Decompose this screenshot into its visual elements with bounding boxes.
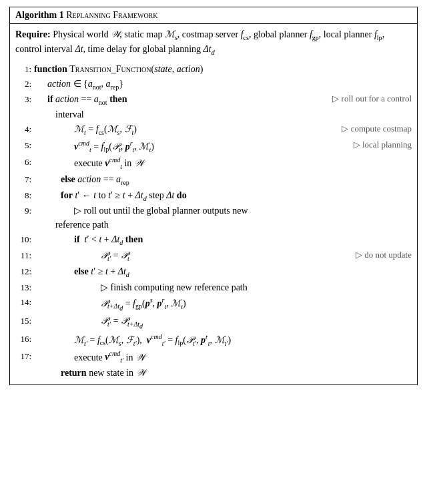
line-comment: ▷ compute costmap — [336, 122, 412, 136]
algorithm-box: Algorithm 1 Replanning Framework Require… — [9, 7, 418, 385]
line-text: return new state in 𝒲 — [34, 366, 412, 380]
line-number: 5: — [15, 138, 34, 154]
algorithm-body: Require: Physical world 𝒲, static map ℳs… — [10, 24, 417, 385]
line-content: else t′ ≥ t + Δtd — [34, 264, 412, 280]
require-label: Require: — [15, 29, 51, 39]
algo-line-4: 4: ℳt = fcs(ℳs, ℱt) ▷ compute costmap — [15, 122, 412, 138]
algo-line-2: 2: action ∈ {anot, arep} — [15, 77, 412, 92]
line-text: ▷ finish computing new reference path — [34, 280, 412, 294]
line-text-wrap: reference path — [34, 218, 412, 232]
line-text: execute vcmdt′ in 𝒲 — [34, 349, 412, 365]
line-text: function Transition_Function(state, acti… — [34, 62, 412, 76]
algorithm-name: Replanning Framework — [66, 10, 157, 20]
algo-line-1: 1: function Transition_Function(state, a… — [15, 62, 412, 76]
line-content: function Transition_Function(state, acti… — [34, 62, 412, 76]
line-number — [15, 366, 34, 380]
line-content: action ∈ {anot, arep} — [34, 77, 412, 92]
line-content: else action == arep — [34, 172, 412, 188]
line-number: 14: — [15, 295, 34, 313]
line-text: ℳt = fcs(ℳs, ℱt) — [34, 122, 336, 138]
line-number: 11: — [15, 248, 34, 264]
line-text: 𝒫t′ = 𝒫t — [34, 248, 350, 264]
line-content: ▷ roll out until the global planner outp… — [34, 204, 412, 232]
line-number: 17: — [15, 349, 34, 365]
require-line: Require: Physical world 𝒲, static map ℳs… — [15, 28, 412, 58]
line-content: ℳt′ = fcs(ℳs, ℱt′), vcmdt′ = flp(𝒫t′, pr… — [34, 332, 412, 348]
line-content: execute vcmdt′ in 𝒲 — [34, 349, 412, 365]
line-content: 𝒫t′ = 𝒫t ▷ do not update — [34, 248, 412, 264]
algo-line-11: 11: 𝒫t′ = 𝒫t ▷ do not update — [15, 248, 412, 264]
line-number: 4: — [15, 122, 34, 138]
line-comment: ▷ do not update — [350, 248, 412, 262]
line-number: 9: — [15, 204, 34, 232]
algo-line-9: 9: ▷ roll out until the global planner o… — [15, 204, 412, 232]
line-content: ℳt = fcs(ℳs, ℱt) ▷ compute costmap — [34, 122, 412, 138]
line-content: vcmdt = flp(𝒫t, prt, ℳt) ▷ local plannin… — [34, 138, 412, 154]
line-content: for t′ ← t to t′ ≥ t + Δtd step Δt do — [34, 188, 412, 204]
algo-line-13: 13: ▷ finish computing new reference pat… — [15, 280, 412, 294]
line-number: 13: — [15, 280, 34, 294]
line-text: else t′ ≥ t + Δtd — [34, 264, 412, 280]
line-text: action ∈ {anot, arep} — [34, 77, 412, 92]
algo-line-12: 12: else t′ ≥ t + Δtd — [15, 264, 412, 280]
line-text: if t′ < t + Δtd then — [34, 232, 412, 248]
algo-line-return: return new state in 𝒲 — [15, 366, 412, 380]
algo-line-8: 8: for t′ ← t to t′ ≥ t + Δtd step Δt do — [15, 188, 412, 204]
line-content: execute vcmdt in 𝒲 — [34, 155, 412, 171]
line-text: 𝒫t′ = 𝒫t+Δtd — [34, 314, 412, 331]
line-comment: ▷ roll out for a control — [327, 92, 412, 105]
algo-line-10: 10: if t′ < t + Δtd then — [15, 232, 412, 248]
algo-line-15: 15: 𝒫t′ = 𝒫t+Δtd — [15, 314, 412, 331]
line-number: 3: — [15, 92, 34, 106]
line-text: ℳt′ = fcs(ℳs, ℱt′), vcmdt′ = flp(𝒫t′, pr… — [34, 332, 412, 348]
line-content: return new state in 𝒲 — [34, 366, 412, 380]
line-text: if action == anot then — [34, 92, 327, 107]
line-text: else action == arep — [34, 172, 412, 188]
line-number: 1: — [15, 62, 34, 76]
algo-line-6: 6: execute vcmdt in 𝒲 — [15, 155, 412, 171]
algo-line-16: 16: ℳt′ = fcs(ℳs, ℱt′), vcmdt′ = flp(𝒫t′… — [15, 332, 412, 348]
line-number: 10: — [15, 232, 34, 248]
line-content: ▷ finish computing new reference path — [34, 280, 412, 294]
line-text: execute vcmdt in 𝒲 — [34, 155, 412, 171]
line-number: 16: — [15, 332, 34, 348]
line-comment: ▷ local planning — [348, 138, 412, 152]
line-content: if t′ < t + Δtd then — [34, 232, 412, 248]
line-text: vcmdt = flp(𝒫t, prt, ℳt) — [34, 138, 348, 154]
line-number: 7: — [15, 172, 34, 188]
line-content: 𝒫t+Δtd = fgp(ps, prt, ℳt) — [34, 295, 412, 313]
line-text: 𝒫t+Δtd = fgp(ps, prt, ℳt) — [34, 295, 412, 313]
algo-line-14: 14: 𝒫t+Δtd = fgp(ps, prt, ℳt) — [15, 295, 412, 313]
line-number: 6: — [15, 155, 34, 171]
line-number: 12: — [15, 264, 34, 280]
line-text: for t′ ← t to t′ ≥ t + Δtd step Δt do — [34, 188, 412, 204]
require-text: Physical world 𝒲, static map ℳs, costmap… — [15, 29, 384, 54]
line-text: ▷ roll out until the global planner outp… — [34, 204, 412, 218]
algorithm-title: Algorithm 1 — [15, 10, 64, 20]
algo-line-7: 7: else action == arep — [15, 172, 412, 188]
line-number: 8: — [15, 188, 34, 204]
algo-line-3: 3: if action == anot then ▷ roll out for… — [15, 92, 412, 121]
line-number: 15: — [15, 314, 34, 331]
algo-line-17: 17: execute vcmdt′ in 𝒲 — [15, 349, 412, 365]
line-content: 𝒫t′ = 𝒫t+Δtd — [34, 314, 412, 331]
line-comment-wrap: interval — [34, 107, 412, 121]
algorithm-header: Algorithm 1 Replanning Framework — [10, 7, 417, 24]
algo-line-5: 5: vcmdt = flp(𝒫t, prt, ℳt) ▷ local plan… — [15, 138, 412, 154]
line-content: if action == anot then ▷ roll out for a … — [34, 92, 412, 121]
line-number: 2: — [15, 77, 34, 92]
